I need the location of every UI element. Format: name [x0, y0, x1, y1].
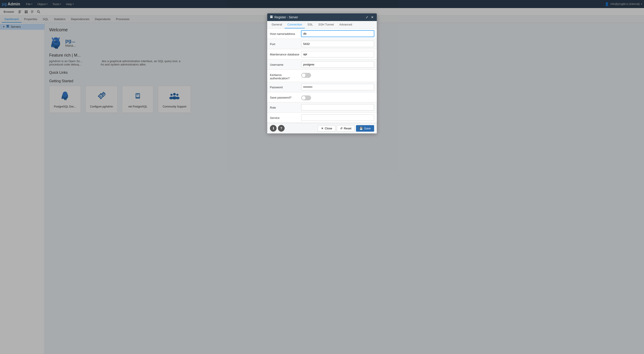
- close-button-label: Close: [325, 127, 332, 130]
- kerberos-label: Kerberos authentication?: [270, 71, 301, 80]
- modal-title: Register - Server: [274, 15, 298, 19]
- modal-footer: ℹ ? ✕ Close ↺ Reset 💾 Save: [267, 123, 377, 133]
- kerberos-toggle[interactable]: [301, 73, 311, 78]
- password-input[interactable]: [301, 84, 374, 90]
- info-button[interactable]: ℹ: [270, 125, 276, 132]
- username-input[interactable]: [301, 61, 374, 68]
- port-label: Port: [270, 41, 301, 46]
- modal-close-header-btn[interactable]: ✕: [370, 15, 374, 19]
- save-button[interactable]: 💾 Save: [356, 125, 374, 132]
- modal-header: Register - Server ⤢ ✕: [267, 13, 377, 21]
- save-password-label: Save password?: [270, 94, 301, 99]
- save-password-slider: [301, 95, 311, 100]
- maintenance-label: Maintenance database: [270, 51, 301, 56]
- footer-left: ℹ ?: [270, 125, 285, 132]
- kerberos-slider: [301, 73, 311, 78]
- role-input[interactable]: [301, 104, 374, 111]
- svg-point-51: [272, 16, 273, 16]
- form-row-service: Service: [267, 113, 377, 123]
- service-label: Service: [270, 114, 301, 120]
- password-label: Password: [270, 84, 301, 89]
- modal-tab-general[interactable]: General: [269, 21, 285, 28]
- modal-overlay: Register - Server ⤢ ✕ General Connection…: [0, 0, 644, 354]
- modal-tab-connection[interactable]: Connection: [285, 21, 305, 28]
- reset-icon: ↺: [340, 127, 342, 130]
- reset-button-label: Reset: [344, 127, 351, 130]
- maintenance-input[interactable]: [301, 51, 374, 57]
- modal-expand-btn[interactable]: ⤢: [365, 15, 369, 19]
- form-row-role: Role: [267, 102, 377, 113]
- modal-server-icon: [270, 15, 273, 19]
- host-input[interactable]: [301, 30, 374, 37]
- save-password-toggle[interactable]: [301, 95, 311, 100]
- form-row-username: Username: [267, 59, 377, 70]
- modal-tab-ssh-tunnel[interactable]: SSH Tunnel: [316, 21, 336, 28]
- modal-header-left: Register - Server: [270, 15, 298, 19]
- reset-button[interactable]: ↺ Reset: [337, 125, 355, 132]
- form-row-host: Host name/address: [267, 29, 377, 39]
- save-icon: 💾: [359, 127, 363, 130]
- role-label: Role: [270, 104, 301, 109]
- svg-point-52: [272, 17, 273, 18]
- save-button-label: Save: [364, 127, 371, 130]
- form-row-kerberos: Kerberos authentication?: [267, 70, 377, 82]
- modal-body: Host name/address Port Maintenance datab…: [267, 29, 377, 123]
- form-row-maintenance: Maintenance database: [267, 49, 377, 59]
- help-button[interactable]: ?: [278, 125, 285, 132]
- modal-tabs: General Connection SSL SSH Tunnel Advanc…: [267, 21, 377, 29]
- close-button[interactable]: ✕ Close: [318, 125, 336, 132]
- footer-right: ✕ Close ↺ Reset 💾 Save: [318, 125, 374, 132]
- form-row-save-password: Save password?: [267, 92, 377, 102]
- register-server-modal: Register - Server ⤢ ✕ General Connection…: [267, 13, 377, 133]
- service-input[interactable]: [301, 114, 374, 121]
- form-row-password: Password: [267, 82, 377, 92]
- host-label: Host name/address: [270, 30, 301, 35]
- modal-tab-ssl[interactable]: SSL: [305, 21, 316, 28]
- close-x-icon: ✕: [321, 127, 324, 130]
- username-label: Username: [270, 61, 301, 66]
- modal-tab-advanced[interactable]: Advanced: [336, 21, 355, 28]
- port-input[interactable]: [301, 41, 374, 47]
- modal-header-actions: ⤢ ✕: [365, 15, 374, 19]
- form-row-port: Port: [267, 39, 377, 49]
